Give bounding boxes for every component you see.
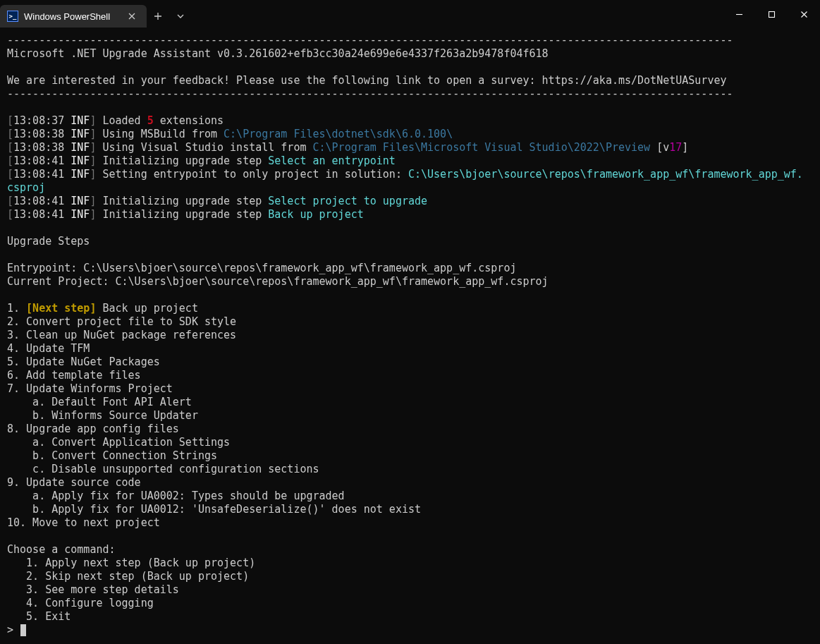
- step-item: 7. Update Winforms Project: [7, 382, 173, 395]
- titlebar-left: >_ Windows PowerShell: [0, 0, 192, 28]
- maximize-button[interactable]: [755, 3, 788, 25]
- close-window-button[interactable]: [788, 3, 820, 25]
- current-project-line: Current Project: C:\Users\bjoer\source\r…: [7, 275, 549, 288]
- prompt[interactable]: >: [7, 624, 26, 636]
- log-line: [13:08:41 INF] Initializing upgrade step…: [7, 195, 427, 207]
- step-item: 2. Convert project file to SDK style: [7, 315, 236, 328]
- step-item: 9. Update source code: [7, 476, 141, 489]
- svg-rect-0: [769, 11, 774, 17]
- command-option: 2. Skip next step (Back up project): [7, 570, 249, 583]
- tab-dropdown-button[interactable]: [169, 5, 192, 28]
- log-line-continuation: csproj: [7, 181, 45, 194]
- log-line: [13:08:38 INF] Using MSBuild from C:\Pro…: [7, 128, 453, 140]
- step-item: 6. Add template files: [7, 369, 141, 382]
- log-line: [13:08:38 INF] Using Visual Studio insta…: [7, 141, 688, 154]
- command-option: 4. Configure logging: [7, 597, 154, 609]
- tab-title: Windows PowerShell: [24, 11, 120, 22]
- step-subitem: a. Convert Application Settings: [7, 436, 230, 449]
- header-line: Microsoft .NET Upgrade Assistant v0.3.26…: [7, 47, 549, 60]
- titlebar: >_ Windows PowerShell: [0, 0, 820, 28]
- plus-icon: [154, 12, 162, 20]
- step-item: 10. Move to next project: [7, 516, 160, 529]
- step-subitem: b. Winforms Source Updater: [7, 409, 198, 422]
- chevron-down-icon: [176, 12, 185, 20]
- step-item: 1. [Next step] Back up project: [7, 302, 198, 315]
- hr-line: ----------------------------------------…: [7, 87, 733, 100]
- hr-line: ----------------------------------------…: [7, 34, 733, 47]
- step-item: 8. Upgrade app config files: [7, 423, 179, 435]
- log-line: [13:08:41 INF] Initializing upgrade step…: [7, 208, 364, 221]
- command-option: 5. Exit: [7, 610, 71, 623]
- log-line: [13:08:37 INF] Loaded 5 extensions: [7, 114, 224, 127]
- step-item: 4. Update TFM: [7, 342, 90, 355]
- entrypoint-line: Entrypoint: C:\Users\bjoer\source\repos\…: [7, 262, 516, 274]
- maximize-icon: [768, 11, 776, 18]
- step-subitem: c. Disable unsupported configuration sec…: [7, 463, 319, 475]
- log-line: [13:08:41 INF] Setting entrypoint to onl…: [7, 168, 803, 181]
- survey-line: We are interested in your feedback! Plea…: [7, 74, 726, 87]
- close-icon: [800, 11, 808, 18]
- step-subitem: a. Default Font API Alert: [7, 396, 192, 408]
- window-controls: [723, 3, 820, 25]
- step-subitem: b. Apply fix for UA0012: 'UnsafeDeserial…: [7, 503, 421, 516]
- close-icon: [128, 13, 135, 20]
- command-option: 3. See more step details: [7, 583, 179, 596]
- minimize-icon: [735, 11, 743, 18]
- command-option: 1. Apply next step (Back up project): [7, 557, 255, 569]
- powershell-icon: >_: [7, 11, 18, 22]
- step-item: 5. Update NuGet Packages: [7, 356, 160, 368]
- new-tab-button[interactable]: [147, 5, 169, 28]
- choose-command-header: Choose a command:: [7, 543, 116, 556]
- step-subitem: a. Apply fix for UA0002: Types should be…: [7, 490, 345, 502]
- log-line: [13:08:41 INF] Initializing upgrade step…: [7, 154, 396, 167]
- cursor-icon: [20, 624, 26, 636]
- step-subitem: b. Convert Connection Strings: [7, 449, 217, 462]
- step-item: 3. Clean up NuGet package references: [7, 329, 236, 341]
- terminal-output[interactable]: ----------------------------------------…: [0, 28, 820, 644]
- close-tab-button[interactable]: [126, 10, 138, 23]
- tab-powershell[interactable]: >_ Windows PowerShell: [0, 5, 147, 28]
- upgrade-steps-header: Upgrade Steps: [7, 235, 90, 248]
- minimize-button[interactable]: [723, 3, 755, 25]
